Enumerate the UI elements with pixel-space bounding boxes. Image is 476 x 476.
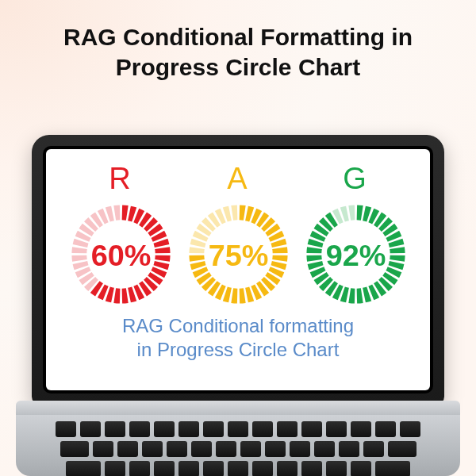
laptop-keyboard bbox=[48, 415, 428, 476]
progress-circle-r: 60% bbox=[67, 201, 175, 308]
progress-circle-a: 75% bbox=[185, 201, 292, 308]
gauge-letter-a: A bbox=[227, 162, 248, 196]
keyboard-row bbox=[48, 421, 428, 437]
gauge-a: A 75% bbox=[179, 162, 297, 308]
gauge-letter-g: G bbox=[343, 162, 368, 196]
gauge-r: R 60% bbox=[62, 162, 179, 308]
gauge-row: R 60% A 75% bbox=[56, 162, 420, 308]
page-root: RAG Conditional Formatting in Progress C… bbox=[0, 0, 476, 476]
laptop-lid: R 60% A 75% bbox=[32, 135, 444, 405]
gauge-value-a: 75% bbox=[208, 239, 268, 272]
screen-subtitle-line2: in Progress Circle Chart bbox=[137, 339, 340, 360]
keyboard-row bbox=[48, 441, 428, 457]
laptop-deck bbox=[16, 401, 460, 476]
laptop-screen: R 60% A 75% bbox=[46, 149, 430, 390]
laptop-bezel: R 60% A 75% bbox=[43, 146, 433, 393]
laptop-illustration: R 60% A 75% bbox=[16, 135, 460, 476]
keyboard-row bbox=[48, 461, 428, 476]
gauge-g: G 92% bbox=[297, 162, 414, 308]
screen-subtitle-line1: RAG Conditional formatting bbox=[122, 315, 354, 336]
page-title: RAG Conditional Formatting in Progress C… bbox=[0, 0, 476, 82]
progress-circle-g: 92% bbox=[302, 201, 409, 308]
gauge-letter-r: R bbox=[109, 162, 132, 196]
gauge-value-g: 92% bbox=[325, 239, 386, 272]
gauge-value-r: 60% bbox=[90, 239, 151, 272]
laptop-hinge bbox=[16, 401, 460, 415]
screen-subtitle: RAG Conditional formatting in Progress C… bbox=[122, 314, 354, 362]
